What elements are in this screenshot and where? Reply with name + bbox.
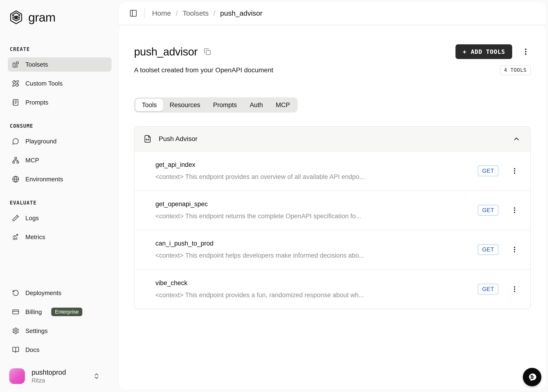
page-title-text: push_advisor xyxy=(134,45,198,58)
network-icon xyxy=(12,157,19,164)
chat-widget-button[interactable] xyxy=(523,368,541,386)
nav-spacer xyxy=(8,258,111,286)
chat-bubble-icon xyxy=(527,372,538,383)
tab-tools[interactable]: Tools xyxy=(136,99,163,111)
tab-bar: Tools Resources Prompts Auth MCP xyxy=(134,98,298,112)
brand[interactable]: gram xyxy=(8,10,111,25)
gram-logo-icon xyxy=(9,10,23,25)
tool-name: can_i_push_to_prod xyxy=(155,240,478,247)
brand-name: gram xyxy=(28,10,55,24)
topbar-divider xyxy=(144,8,145,18)
sidebar-item-metrics[interactable]: Metrics xyxy=(8,230,111,244)
main-panel: Home / Toolsets / push_advisor push_advi… xyxy=(119,1,546,390)
enterprise-badge: Enterprise xyxy=(51,308,82,316)
user-name: Ritza xyxy=(32,377,86,384)
subtitle-row: A toolset created from your OpenAPI docu… xyxy=(134,65,531,75)
sidebar-item-settings[interactable]: Settings xyxy=(8,324,111,338)
sidebar-item-label: Billing xyxy=(25,308,42,316)
page-actions: + ADD TOOLS xyxy=(455,44,531,59)
tool-group-card: Push Advisor get_api_index <context> Thi… xyxy=(134,126,531,309)
method-badge: GET xyxy=(478,244,498,255)
avatar xyxy=(9,368,25,384)
notebook-icon xyxy=(12,99,19,106)
sidebar-item-billing[interactable]: Billing Enterprise xyxy=(8,305,111,319)
tool-menu-button[interactable] xyxy=(510,166,519,176)
account-switcher[interactable]: pushtoprod Ritza xyxy=(8,368,111,384)
kebab-menu-icon xyxy=(522,48,530,56)
tool-menu-button[interactable] xyxy=(510,205,519,215)
sidebar-item-playground[interactable]: Playground xyxy=(8,134,111,148)
sidebar-nav: CREATE Toolsets Custom Tools Prompts CON… xyxy=(8,46,111,384)
sidebar-item-toolsets[interactable]: Toolsets xyxy=(8,57,111,72)
panel-left-icon xyxy=(129,9,137,17)
sidebar-item-custom-tools[interactable]: Custom Tools xyxy=(8,76,111,91)
history-icon xyxy=(12,289,19,296)
toolsets-icon xyxy=(12,61,19,68)
tool-menu-button[interactable] xyxy=(510,245,519,254)
tool-description: <context> This endpoint provides a fun, … xyxy=(155,292,478,299)
plus-icon: + xyxy=(463,48,466,55)
breadcrumb-toolsets[interactable]: Toolsets xyxy=(182,9,209,17)
section-label: CREATE xyxy=(10,46,111,52)
page-subtitle: A toolset created from your OpenAPI docu… xyxy=(134,66,273,74)
chevron-up-icon xyxy=(513,135,520,143)
account-info: pushtoprod Ritza xyxy=(32,369,86,384)
chevrons-up-down-icon xyxy=(93,372,100,380)
method-badge: GET xyxy=(478,165,498,176)
tool-info: get_api_index <context> This endpoint pr… xyxy=(155,161,478,181)
sidebar-item-deployments[interactable]: Deployments xyxy=(8,286,111,300)
sidebar-item-environments[interactable]: Environments xyxy=(8,172,111,186)
sidebar-item-logs[interactable]: Logs xyxy=(8,211,111,225)
tab-auth[interactable]: Auth xyxy=(243,99,269,111)
tool-description: <context> This endpoint returns the comp… xyxy=(155,213,478,220)
tool-row: get_api_index <context> This endpoint pr… xyxy=(135,151,530,191)
tool-row: can_i_push_to_prod <context> This endpoi… xyxy=(135,230,530,269)
sidebar-item-label: Custom Tools xyxy=(25,80,63,87)
sidebar-item-label: Deployments xyxy=(25,289,61,297)
nav-section-consume: CONSUME Playground MCP Environments xyxy=(8,123,111,186)
sidebar-item-mcp[interactable]: MCP xyxy=(8,153,111,167)
test-tube-icon xyxy=(12,215,19,222)
breadcrumb-home[interactable]: Home xyxy=(152,9,171,17)
copy-button[interactable] xyxy=(204,48,211,55)
chart-trend-icon xyxy=(12,233,19,241)
kebab-menu-icon xyxy=(511,246,518,253)
method-badge: GET xyxy=(478,205,498,216)
sidebar-item-prompts[interactable]: Prompts xyxy=(8,95,111,110)
tool-info: can_i_push_to_prod <context> This endpoi… xyxy=(155,240,478,259)
section-label: CONSUME xyxy=(10,123,111,129)
breadcrumb-current: push_advisor xyxy=(220,9,262,17)
nav-section-create: CREATE Toolsets Custom Tools Prompts xyxy=(8,46,111,110)
kebab-menu-icon xyxy=(511,206,518,214)
tab-resources[interactable]: Resources xyxy=(163,99,207,111)
breadcrumb-separator: / xyxy=(176,9,178,17)
sidebar-item-label: Metrics xyxy=(25,233,45,241)
page-menu-button[interactable] xyxy=(521,47,531,57)
tool-info: vibe_check <context> This endpoint provi… xyxy=(155,280,478,299)
add-tools-label: ADD TOOLS xyxy=(471,48,505,55)
sidebar-item-label: Toolsets xyxy=(25,61,48,68)
pencil-ruler-icon xyxy=(12,80,19,87)
credit-card-icon xyxy=(12,308,19,315)
tab-mcp[interactable]: MCP xyxy=(269,99,296,111)
tool-info: get_openapi_spec <context> This endpoint… xyxy=(155,201,478,220)
tool-name: get_api_index xyxy=(155,161,478,168)
sidebar-toggle-button[interactable] xyxy=(129,9,137,17)
tool-group-name: Push Advisor xyxy=(159,135,505,143)
nav-section-evaluate: EVALUATE Logs Metrics xyxy=(8,200,111,244)
tool-row: vibe_check <context> This endpoint provi… xyxy=(135,269,530,309)
sidebar: gram CREATE Toolsets Custom Tools Prompt… xyxy=(0,0,119,392)
tool-menu-button[interactable] xyxy=(510,284,519,294)
add-tools-button[interactable]: + ADD TOOLS xyxy=(455,44,512,59)
sidebar-item-label: Settings xyxy=(25,327,48,335)
sidebar-item-label: Docs xyxy=(25,346,39,354)
topbar: Home / Toolsets / push_advisor xyxy=(119,2,546,25)
sidebar-item-label: MCP xyxy=(25,157,39,164)
collapse-group-button[interactable] xyxy=(512,134,521,144)
tool-group-header[interactable]: Push Advisor xyxy=(135,127,530,151)
sidebar-item-docs[interactable]: Docs xyxy=(8,343,111,357)
gear-icon xyxy=(12,327,19,334)
breadcrumb-separator: / xyxy=(213,9,215,17)
tab-prompts[interactable]: Prompts xyxy=(207,99,243,111)
section-label: EVALUATE xyxy=(10,200,111,206)
